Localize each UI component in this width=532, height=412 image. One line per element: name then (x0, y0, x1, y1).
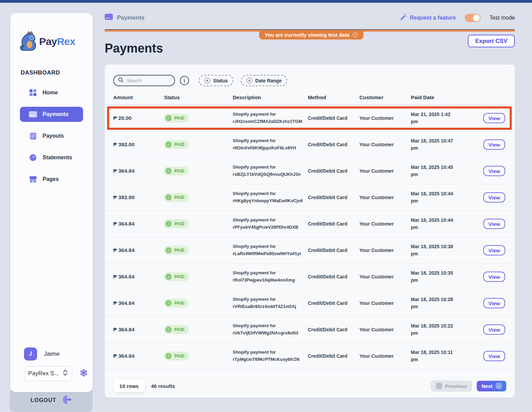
amount-cell: ₱ 364.84 (113, 168, 164, 174)
info-icon[interactable]: i (352, 32, 358, 37)
table-row[interactable]: ₱ 20.00 ✓ PAID Shopify payment for rJH2z… (105, 105, 515, 131)
table-row[interactable]: ₱ 364.84 ✓ PAID Shopify payment for rUkT… (105, 317, 515, 343)
method-cell: Credit/Debit Card (308, 248, 359, 253)
view-button[interactable]: View (483, 324, 505, 335)
check-icon: ✓ (165, 247, 172, 253)
view-button[interactable]: View (483, 351, 505, 361)
statement-icon (29, 154, 37, 161)
table-row[interactable]: ₱ 392.00 ✓ PAID Shopify payment for rHKg… (105, 184, 515, 211)
customer-cell: Your Customer (359, 195, 411, 200)
sidebar-item-home[interactable]: Home (20, 85, 83, 100)
customer-cell: Your Customer (359, 221, 411, 227)
gear-icon[interactable] (80, 369, 88, 378)
status-label: PAID (174, 169, 185, 173)
amount-cell: ₱ 364.84 (113, 247, 164, 253)
method-cell: Credit/Debit Card (308, 300, 359, 306)
table-row[interactable]: ₱ 392.00 ✓ PAID Shopify payment for rIIG… (105, 131, 515, 158)
description-cell: Shopify payment for rJH2zsomCZfMA2aDZKzh… (233, 111, 303, 125)
sidebar-item-label: Payments (43, 111, 69, 117)
table-row[interactable]: ₱ 364.84 ✓ PAID Shopify payment for rPFy… (105, 211, 515, 237)
toggle-knob (473, 14, 480, 21)
chevron-updown-icon (62, 369, 68, 378)
payrex-mascot-icon (19, 31, 38, 52)
customer-cell: Your Customer (359, 168, 411, 174)
method-cell: Credit/Debit Card (308, 195, 359, 200)
description-cell: Shopify payment for rRol73Pwjpev10qlIbe4… (233, 270, 303, 284)
view-button[interactable]: View (483, 139, 505, 150)
description-cell: Shopify payment for rLaRx4WlRMwPa9SzwNHY… (233, 243, 303, 258)
view-button[interactable]: View (483, 245, 505, 255)
table-row[interactable]: ₱ 364.84 ✓ PAID Shopify payment for rsBZ… (105, 158, 515, 184)
next-page-button[interactable]: Next → (477, 381, 506, 391)
sidebar-item-payments[interactable]: Payments (20, 107, 83, 122)
column-header-description: Description (233, 94, 308, 100)
table-body: ₱ 20.00 ✓ PAID Shopify payment for rJH2z… (105, 105, 515, 369)
sidebar-item-payouts[interactable]: Payouts (20, 128, 83, 144)
search-info-icon[interactable]: i (180, 76, 189, 85)
status-label: PAID (174, 248, 185, 253)
view-button[interactable]: View (483, 192, 505, 203)
pagination-bar: 10 rows 46 results ← Previous Next → (113, 380, 506, 392)
home-grid-icon (29, 89, 37, 96)
check-icon: ✓ (165, 327, 172, 333)
view-button[interactable]: View (483, 219, 505, 229)
test-mode-toggle[interactable] (465, 14, 481, 22)
search-input[interactable] (127, 78, 170, 83)
date-range-filter-button[interactable]: + Date Range (241, 75, 287, 86)
search-field[interactable] (113, 75, 175, 86)
test-mode-label: Test mode (489, 15, 515, 21)
avatar[interactable]: J (24, 347, 37, 360)
header-right: Request a feature Test mode (400, 14, 515, 22)
description-cell: Shopify payment for rHKg8yqYnbmppYWaEw0K… (233, 190, 303, 205)
amount-cell: ₱ 364.84 (113, 274, 164, 280)
description-cell: Shopify payment for rIIGInXv05KWjppzKoF6… (233, 137, 303, 152)
paid-date-cell: Mar 21, 2025 1:42 pm (411, 111, 456, 125)
method-cell: Credit/Debit Card (308, 168, 359, 174)
search-icon (118, 77, 124, 84)
amount-cell: ₱ 364.84 (113, 353, 164, 359)
table-row[interactable]: ₱ 364.84 ✓ PAID Shopify payment for rTpM… (105, 343, 515, 369)
check-icon: ✓ (165, 194, 172, 201)
export-csv-button[interactable]: Export CSV (468, 35, 515, 47)
status-badge: ✓ PAID (164, 140, 189, 149)
sidebar-item-pages[interactable]: Pages (20, 172, 83, 187)
card-icon (29, 111, 37, 117)
paid-date-cell: Mar 18, 2025 10:28 pm (411, 296, 456, 310)
view-button[interactable]: View (483, 166, 505, 176)
sidebar-item-label: Home (43, 90, 58, 96)
paid-date-cell: Mar 18, 2025 10:44 pm (411, 217, 456, 231)
column-header-method: Method (308, 94, 359, 100)
status-filter-button[interactable]: + Status (199, 75, 233, 86)
rows-per-page-selector[interactable]: 10 rows (113, 380, 145, 392)
table-row[interactable]: ₱ 364.84 ✓ PAID Shopify payment for rLaR… (105, 237, 515, 264)
top-accent-bar (0, 0, 532, 3)
table-row[interactable]: ₱ 364.84 ✓ PAID Shopify payment for rVRt… (105, 290, 515, 317)
check-icon: ✓ (165, 274, 172, 280)
description-cell: Shopify payment for rUkTvijEhfVWWg2NAcgr… (233, 322, 303, 337)
sidebar-item-statements[interactable]: Statements (20, 150, 83, 165)
request-feature-label: Request a feature (410, 15, 456, 21)
paid-date-cell: Mar 18, 2025 10:38 pm (411, 243, 456, 258)
customer-cell: Your Customer (359, 353, 411, 359)
plus-icon: + (246, 78, 252, 83)
amount-cell: ₱ 20.00 (113, 115, 164, 121)
arrow-right-icon: → (496, 383, 502, 389)
request-feature-link[interactable]: Request a feature (400, 14, 456, 22)
filters-row: i + Status + Date Range (113, 75, 515, 86)
customer-cell: Your Customer (359, 327, 411, 332)
check-icon: ✓ (165, 141, 172, 148)
status-label: PAID (174, 274, 185, 279)
view-button[interactable]: View (483, 113, 505, 123)
column-header-customer: Customer (359, 94, 411, 100)
sidebar-nav: Home Payments Payouts Statements Pages (10, 85, 93, 187)
previous-label: Previous (445, 383, 467, 389)
customer-cell: Your Customer (359, 248, 411, 253)
view-button[interactable]: View (483, 298, 505, 308)
paid-date-cell: Mar 18, 2025 10:44 pm (411, 190, 456, 205)
logout-button[interactable]: LOGOUT (10, 389, 93, 412)
table-row[interactable]: ₱ 364.84 ✓ PAID Shopify payment for rRol… (105, 264, 515, 290)
view-button[interactable]: View (483, 272, 505, 282)
dashboard-section-label: DASHBOARD (21, 69, 93, 76)
previous-page-button[interactable]: ← Previous (431, 381, 472, 391)
org-select[interactable]: PayRex S... (24, 366, 72, 381)
